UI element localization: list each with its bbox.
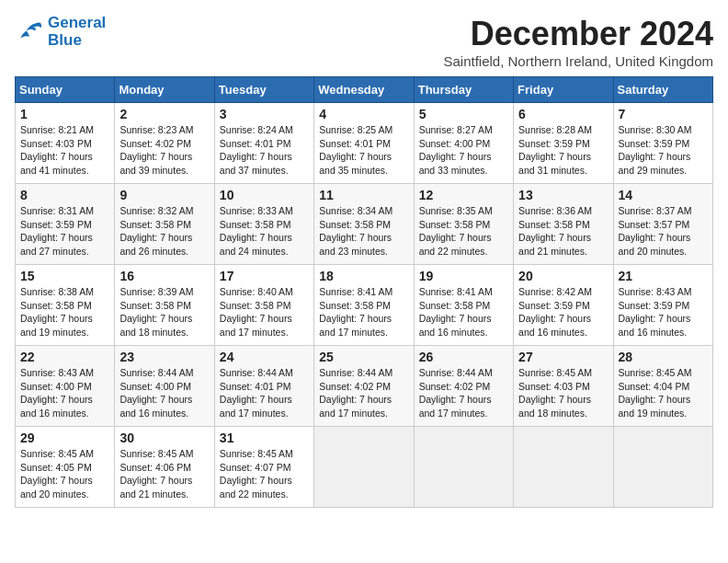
calendar-cell: 14Sunrise: 8:37 AMSunset: 3:57 PMDayligh… xyxy=(613,184,712,265)
logo-icon xyxy=(15,17,44,47)
calendar-cell: 11Sunrise: 8:34 AMSunset: 3:58 PMDayligh… xyxy=(314,184,414,265)
col-header-saturday: Saturday xyxy=(613,77,712,103)
day-number: 25 xyxy=(319,350,408,364)
calendar-cell: 28Sunrise: 8:45 AMSunset: 4:04 PMDayligh… xyxy=(613,346,712,427)
calendar-cell: 10Sunrise: 8:33 AMSunset: 3:58 PMDayligh… xyxy=(214,184,313,265)
day-info: Sunrise: 8:38 AMSunset: 3:58 PMDaylight:… xyxy=(20,285,109,339)
logo-line1: General xyxy=(48,15,106,32)
calendar-week-row: 1Sunrise: 8:21 AMSunset: 4:03 PMDaylight… xyxy=(16,103,713,184)
day-number: 13 xyxy=(518,188,608,202)
day-info: Sunrise: 8:40 AMSunset: 3:58 PMDaylight:… xyxy=(220,285,309,339)
calendar-cell: 18Sunrise: 8:41 AMSunset: 3:58 PMDayligh… xyxy=(314,265,414,346)
calendar-cell: 31Sunrise: 8:45 AMSunset: 4:07 PMDayligh… xyxy=(214,427,313,508)
day-number: 17 xyxy=(220,269,309,283)
calendar-cell: 19Sunrise: 8:41 AMSunset: 3:58 PMDayligh… xyxy=(414,265,513,346)
calendar-cell: 9Sunrise: 8:32 AMSunset: 3:58 PMDaylight… xyxy=(115,184,214,265)
calendar-week-row: 29Sunrise: 8:45 AMSunset: 4:05 PMDayligh… xyxy=(16,427,713,508)
calendar-cell xyxy=(414,427,513,508)
day-number: 12 xyxy=(419,188,508,202)
day-number: 16 xyxy=(119,269,209,283)
day-number: 30 xyxy=(119,431,209,445)
calendar-cell: 15Sunrise: 8:38 AMSunset: 3:58 PMDayligh… xyxy=(16,265,115,346)
day-info: Sunrise: 8:41 AMSunset: 3:58 PMDaylight:… xyxy=(419,285,508,339)
location: Saintfield, Northern Ireland, United Kin… xyxy=(444,53,714,69)
calendar-week-row: 22Sunrise: 8:43 AMSunset: 4:00 PMDayligh… xyxy=(16,346,713,427)
day-number: 7 xyxy=(619,107,708,121)
calendar-cell: 4Sunrise: 8:25 AMSunset: 4:01 PMDaylight… xyxy=(314,103,414,184)
day-number: 2 xyxy=(119,107,209,121)
day-info: Sunrise: 8:23 AMSunset: 4:02 PMDaylight:… xyxy=(119,123,209,178)
calendar-cell: 24Sunrise: 8:44 AMSunset: 4:01 PMDayligh… xyxy=(214,346,313,427)
day-info: Sunrise: 8:25 AMSunset: 4:01 PMDaylight:… xyxy=(319,123,408,178)
day-number: 21 xyxy=(619,269,708,283)
day-info: Sunrise: 8:33 AMSunset: 3:58 PMDaylight:… xyxy=(220,204,309,259)
calendar-cell: 1Sunrise: 8:21 AMSunset: 4:03 PMDaylight… xyxy=(16,103,115,184)
day-number: 20 xyxy=(518,269,608,283)
day-number: 9 xyxy=(119,188,209,202)
calendar-cell: 3Sunrise: 8:24 AMSunset: 4:01 PMDaylight… xyxy=(214,103,313,184)
calendar-cell xyxy=(514,427,613,508)
day-number: 28 xyxy=(619,350,708,364)
day-number: 14 xyxy=(619,188,708,202)
calendar-week-row: 15Sunrise: 8:38 AMSunset: 3:58 PMDayligh… xyxy=(16,265,713,346)
col-header-wednesday: Wednesday xyxy=(314,77,414,103)
day-info: Sunrise: 8:43 AMSunset: 3:59 PMDaylight:… xyxy=(619,285,708,339)
day-info: Sunrise: 8:41 AMSunset: 3:58 PMDaylight:… xyxy=(319,285,408,339)
day-info: Sunrise: 8:45 AMSunset: 4:07 PMDaylight:… xyxy=(220,447,309,501)
day-info: Sunrise: 8:39 AMSunset: 3:58 PMDaylight:… xyxy=(119,285,209,339)
calendar-cell: 12Sunrise: 8:35 AMSunset: 3:58 PMDayligh… xyxy=(414,184,513,265)
day-info: Sunrise: 8:30 AMSunset: 3:59 PMDaylight:… xyxy=(619,123,708,178)
calendar-cell: 25Sunrise: 8:44 AMSunset: 4:02 PMDayligh… xyxy=(314,346,414,427)
col-header-monday: Monday xyxy=(115,77,214,103)
logo-line2: Blue xyxy=(48,32,106,50)
day-info: Sunrise: 8:31 AMSunset: 3:59 PMDaylight:… xyxy=(20,204,109,259)
calendar-cell: 20Sunrise: 8:42 AMSunset: 3:59 PMDayligh… xyxy=(514,265,613,346)
calendar-cell: 21Sunrise: 8:43 AMSunset: 3:59 PMDayligh… xyxy=(613,265,712,346)
calendar-cell: 6Sunrise: 8:28 AMSunset: 3:59 PMDaylight… xyxy=(514,103,613,184)
day-number: 8 xyxy=(20,188,109,202)
calendar-cell: 16Sunrise: 8:39 AMSunset: 3:58 PMDayligh… xyxy=(115,265,214,346)
day-info: Sunrise: 8:44 AMSunset: 4:02 PMDaylight:… xyxy=(419,366,508,420)
calendar-week-row: 8Sunrise: 8:31 AMSunset: 3:59 PMDaylight… xyxy=(16,184,713,265)
calendar-cell: 29Sunrise: 8:45 AMSunset: 4:05 PMDayligh… xyxy=(16,427,115,508)
day-info: Sunrise: 8:45 AMSunset: 4:06 PMDaylight:… xyxy=(119,447,209,501)
calendar-cell: 8Sunrise: 8:31 AMSunset: 3:59 PMDaylight… xyxy=(16,184,115,265)
day-info: Sunrise: 8:45 AMSunset: 4:05 PMDaylight:… xyxy=(20,447,109,501)
day-number: 24 xyxy=(220,350,309,364)
col-header-tuesday: Tuesday xyxy=(214,77,313,103)
day-info: Sunrise: 8:28 AMSunset: 3:59 PMDaylight:… xyxy=(518,123,608,178)
calendar-cell: 23Sunrise: 8:44 AMSunset: 4:00 PMDayligh… xyxy=(115,346,214,427)
calendar-cell: 27Sunrise: 8:45 AMSunset: 4:03 PMDayligh… xyxy=(514,346,613,427)
day-info: Sunrise: 8:21 AMSunset: 4:03 PMDaylight:… xyxy=(20,123,109,178)
day-number: 27 xyxy=(518,350,608,364)
calendar-header-row: SundayMondayTuesdayWednesdayThursdayFrid… xyxy=(16,77,713,103)
day-number: 5 xyxy=(419,107,508,121)
day-number: 10 xyxy=(220,188,309,202)
calendar-cell xyxy=(613,427,712,508)
day-number: 3 xyxy=(220,107,309,121)
day-number: 6 xyxy=(518,107,608,121)
calendar-cell: 30Sunrise: 8:45 AMSunset: 4:06 PMDayligh… xyxy=(115,427,214,508)
day-info: Sunrise: 8:44 AMSunset: 4:01 PMDaylight:… xyxy=(220,366,309,420)
day-number: 29 xyxy=(20,431,109,445)
day-info: Sunrise: 8:32 AMSunset: 3:58 PMDaylight:… xyxy=(119,204,209,259)
day-number: 18 xyxy=(319,269,408,283)
day-info: Sunrise: 8:45 AMSunset: 4:03 PMDaylight:… xyxy=(518,366,608,420)
day-info: Sunrise: 8:37 AMSunset: 3:57 PMDaylight:… xyxy=(619,204,708,259)
calendar-cell: 5Sunrise: 8:27 AMSunset: 4:00 PMDaylight… xyxy=(414,103,513,184)
day-number: 26 xyxy=(419,350,508,364)
day-info: Sunrise: 8:44 AMSunset: 4:00 PMDaylight:… xyxy=(119,366,209,420)
day-number: 19 xyxy=(419,269,508,283)
month-title: December 2024 xyxy=(444,15,714,53)
day-number: 23 xyxy=(119,350,209,364)
title-block: December 2024 Saintfield, Northern Irela… xyxy=(444,15,714,69)
day-number: 22 xyxy=(20,350,109,364)
day-info: Sunrise: 8:35 AMSunset: 3:58 PMDaylight:… xyxy=(419,204,508,259)
calendar-cell: 2Sunrise: 8:23 AMSunset: 4:02 PMDaylight… xyxy=(115,103,214,184)
logo: General Blue xyxy=(15,15,106,49)
day-info: Sunrise: 8:24 AMSunset: 4:01 PMDaylight:… xyxy=(220,123,309,178)
calendar-cell: 7Sunrise: 8:30 AMSunset: 3:59 PMDaylight… xyxy=(613,103,712,184)
calendar-cell: 26Sunrise: 8:44 AMSunset: 4:02 PMDayligh… xyxy=(414,346,513,427)
calendar-table: SundayMondayTuesdayWednesdayThursdayFrid… xyxy=(15,76,713,508)
col-header-friday: Friday xyxy=(514,77,613,103)
